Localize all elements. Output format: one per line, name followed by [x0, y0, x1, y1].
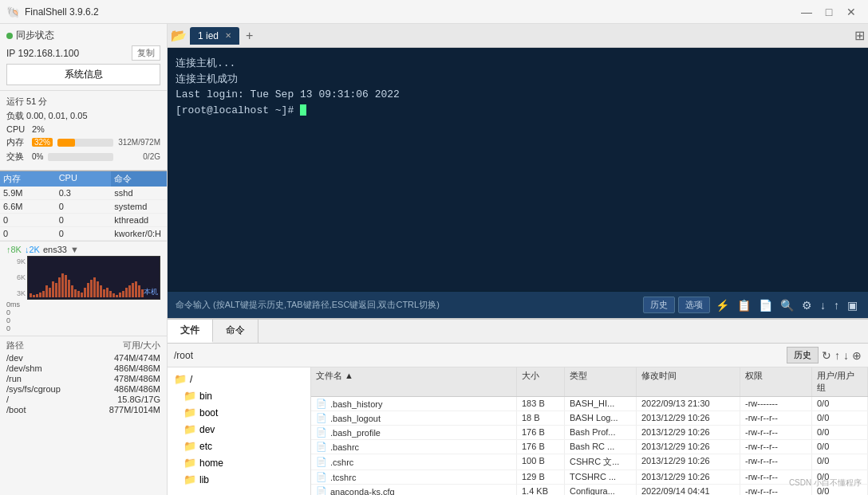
file-tree-root[interactable]: 📁 /: [168, 371, 310, 387]
file-tree-item[interactable]: 📁bin: [168, 387, 310, 404]
mem-stat-row: 内存 32% 312M/972M: [6, 136, 160, 148]
file-col-size[interactable]: 大小: [517, 367, 565, 396]
download-file-icon[interactable]: ↓: [843, 349, 849, 362]
new-folder-icon[interactable]: ⊕: [852, 349, 862, 362]
refresh-icon[interactable]: ↻: [822, 349, 831, 362]
search-icon[interactable]: 🔍: [778, 297, 796, 313]
disk-row: /sys/fs/cgroup486M/486M: [6, 384, 160, 394]
file-tab-files[interactable]: 文件: [168, 320, 213, 343]
process-mem: 5.9M: [0, 187, 56, 198]
process-cmd: kthreadd: [111, 214, 167, 226]
history-button[interactable]: 历史: [643, 297, 675, 313]
disk-row: /15.8G/17G: [6, 395, 160, 404]
chevron-down-icon[interactable]: ▼: [70, 245, 79, 254]
file-col-type[interactable]: 类型: [565, 367, 637, 396]
terminal-icon[interactable]: ▣: [845, 297, 860, 313]
disk-section: 路径 可用/大小 /dev474M/474M/dev/shm486M/486M/…: [0, 336, 167, 495]
file-name: 📄.tcshrc: [311, 470, 517, 484]
process-col-cpu[interactable]: CPU: [56, 171, 112, 187]
file-tree-item[interactable]: 📁home: [168, 454, 310, 471]
ip-row: IP 192.168.1.100 复制: [6, 45, 160, 61]
file-user: 0/0: [812, 397, 868, 411]
file-list: 文件名 ▲ 大小 类型 修改时间 权限 用户/用户组 📄.bash_histor…: [311, 367, 868, 495]
net-bar-item: [45, 285, 48, 297]
net-bar-item: [55, 283, 57, 297]
list-item[interactable]: 📄anaconda-ks.cfg 1.4 KB Configura... 202…: [311, 485, 868, 495]
file-name: 📄anaconda-ks.cfg: [311, 485, 517, 495]
file-size: 129 B: [517, 470, 565, 484]
tab-add-button[interactable]: +: [243, 29, 256, 43]
folder-icon: 📁: [183, 390, 196, 402]
lightning-icon[interactable]: ⚡: [713, 297, 732, 313]
net-bar-item: [128, 285, 131, 297]
copy-ip-button[interactable]: 复制: [132, 45, 160, 61]
active-tab[interactable]: 1 ied ✕: [190, 27, 239, 45]
file-tree-item[interactable]: 📁boot: [168, 404, 310, 421]
file-perm: -rw-r--r--: [740, 426, 812, 439]
process-header: 内存 CPU 命令: [0, 171, 167, 187]
file-modified: 2013/12/29 10:26: [637, 411, 740, 425]
file-user: 0/0: [812, 411, 868, 425]
net-bar-item: [90, 280, 93, 297]
net-bar-item: [77, 291, 80, 297]
list-item[interactable]: 📄.bash_history 183 B BASH_HI... 2022/09/…: [311, 397, 868, 411]
terminal-line-4: [root@localhost ~]#: [176, 103, 860, 119]
watermark: CSDN 小白不懂程序: [789, 477, 862, 489]
file-tree-item[interactable]: 📁dev: [168, 421, 310, 438]
disk-size: 486M/486M: [97, 384, 160, 394]
file-type: Bash Prof...: [565, 426, 637, 439]
uptime-text: 运行 51 分: [6, 96, 47, 108]
process-col-mem[interactable]: 内存: [0, 171, 56, 187]
upload-file-icon[interactable]: ↑: [834, 349, 840, 362]
list-item[interactable]: 📄.bashrc 176 B Bash RC ... 2013/12/29 10…: [311, 440, 868, 454]
file-tree-item[interactable]: 📁etc: [168, 438, 310, 454]
upload-icon[interactable]: ↑: [831, 297, 842, 313]
net-bar-item: [125, 288, 128, 297]
mem-value: 312M/972M: [116, 138, 160, 147]
net-bar-item: [30, 293, 32, 297]
file-size: 1.4 KB: [517, 485, 565, 495]
net-bar-item: [36, 294, 38, 297]
download-icon[interactable]: ↓: [818, 297, 828, 313]
tab-close-icon[interactable]: ✕: [225, 31, 231, 40]
file-col-name[interactable]: 文件名 ▲: [311, 367, 517, 396]
file-history-button[interactable]: 历史: [787, 347, 819, 363]
process-mem: 0: [0, 214, 56, 226]
file-col-user[interactable]: 用户/用户组: [812, 367, 868, 396]
list-item[interactable]: 📄.cshrc 100 B CSHRC 文... 2013/12/29 10:2…: [311, 454, 868, 470]
sysinfo-button[interactable]: 系统信息: [6, 64, 160, 85]
minimize-button[interactable]: —: [796, 2, 817, 22]
maximize-button[interactable]: □: [819, 2, 839, 22]
disk-path: /dev: [6, 353, 97, 363]
close-button[interactable]: ✕: [841, 2, 862, 22]
file-perm: -rw-------: [740, 397, 812, 411]
folder-icon: 📂: [171, 28, 187, 43]
paste-icon[interactable]: 📄: [756, 297, 775, 313]
file-tree: 📁 / 📁bin📁boot📁dev📁etc📁home📁lib: [168, 367, 311, 495]
list-item[interactable]: 📄.bash_profile 176 B Bash Prof... 2013/1…: [311, 426, 868, 440]
process-col-cmd[interactable]: 命令: [111, 171, 167, 187]
net-graph-label-6k: 6K: [6, 273, 26, 281]
copy-icon[interactable]: 📋: [735, 297, 753, 313]
file-col-perm[interactable]: 权限: [740, 367, 812, 396]
file-tab-cmd[interactable]: 命令: [213, 320, 258, 343]
disk-row: /run478M/486M: [6, 374, 160, 383]
net-bar-item: [106, 288, 108, 297]
file-type: CSHRC 文...: [565, 454, 637, 469]
net-graph-label-9k: 9K: [6, 257, 26, 265]
options-button[interactable]: 选项: [678, 297, 710, 313]
file-col-modified[interactable]: 修改时间: [637, 367, 740, 396]
disk-path: /run: [6, 374, 97, 383]
terminal[interactable]: 连接主机... 连接主机成功 Last login: Tue Sep 13 09…: [168, 48, 868, 291]
network-section: ↑8K ↓2K ens33 ▼ 9K 6K 3K 本机 0ms 0: [0, 241, 167, 336]
mem-label: 内存: [6, 136, 29, 148]
grid-view-icon[interactable]: ⊞: [854, 28, 865, 43]
list-item[interactable]: 📄.tcshrc 129 B TCSHRC ... 2013/12/29 10:…: [311, 470, 868, 485]
app-title: FinalShell 3.9.6.2: [25, 6, 796, 18]
cmd-hint: 命令输入 (按ALT键提示历史,TAB键路径,ESC键返回,双击CTRL切换): [176, 299, 440, 311]
disk-list: /dev474M/474M/dev/shm486M/486M/run478M/4…: [6, 353, 160, 414]
list-item[interactable]: 📄.bash_logout 18 B BASH Log... 2013/12/2…: [311, 411, 868, 426]
main-layout: 同步状态 IP 192.168.1.100 复制 系统信息 运行 51 分 负载…: [0, 24, 868, 495]
settings-icon[interactable]: ⚙: [799, 297, 815, 313]
file-tree-item[interactable]: 📁lib: [168, 471, 310, 488]
